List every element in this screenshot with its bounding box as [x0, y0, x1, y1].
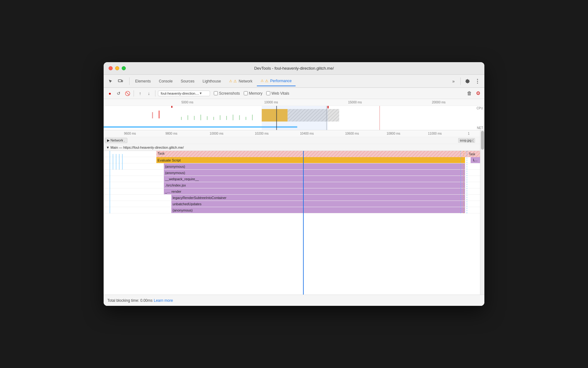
web-vitals-label[interactable]: Web Vitals: [272, 91, 289, 96]
flame-mark-10000: 10000 ms: [210, 132, 223, 135]
svg-rect-21: [233, 115, 233, 120]
flame-mark-10600: 10600 ms: [345, 132, 359, 135]
flame-mark-1: 1: [468, 132, 470, 135]
table-row[interactable]: __webpack_require__: [104, 176, 480, 182]
more-tabs-icon[interactable]: »: [449, 77, 458, 86]
menu-icon[interactable]: [473, 77, 482, 86]
table-row[interactable]: Evaluate Script L...: [104, 157, 480, 163]
close-button[interactable]: [109, 66, 113, 70]
timeline-overview[interactable]: 5000 ms 10000 ms 15000 ms 20000 ms CPU N…: [104, 99, 484, 130]
task-right-pattern: Task: [468, 151, 480, 157]
devtools-window: DevTools - foul-heavenly-direction.glitc…: [104, 62, 484, 306]
timeline-svg: [104, 106, 484, 130]
devtools-body: Elements Console Sources Lighthouse ⚠ Ne…: [104, 75, 484, 306]
screenshots-checkbox-group: Screenshots: [214, 91, 240, 96]
table-row[interactable]: _… render: [104, 188, 480, 195]
minimize-button[interactable]: [115, 66, 119, 70]
svg-point-3: [477, 81, 478, 82]
svg-rect-22: [239, 115, 240, 120]
cursor-icon[interactable]: [106, 77, 115, 86]
tab-sources[interactable]: Sources: [177, 76, 198, 86]
bottom-bar: Total blocking time: 0.00ms Learn more: [104, 295, 484, 306]
device-icon[interactable]: [116, 77, 125, 86]
chevron-down-icon: ▼: [199, 92, 202, 95]
anonymous-2-label: (anonymous): [164, 171, 185, 175]
upload-button[interactable]: ↑: [136, 90, 144, 97]
svg-point-4: [477, 82, 478, 83]
table-row[interactable]: unbatchedUpdates: [104, 201, 480, 207]
timeline-canvas[interactable]: CPU NET: [104, 106, 484, 130]
svg-rect-29: [171, 106, 172, 108]
flame-mark-9800: 9800 ms: [165, 132, 177, 135]
unbatched-updates-label: unbatchedUpdates: [171, 202, 201, 206]
delete-button[interactable]: 🗑: [466, 90, 473, 97]
svg-rect-24: [252, 115, 253, 120]
flame-mark-10800: 10800 ms: [387, 132, 400, 135]
nav-right: »: [449, 77, 482, 86]
ruler-mark-20000: 20000 ms: [432, 101, 446, 104]
table-row[interactable]: Task Task: [104, 151, 480, 157]
svg-point-2: [477, 79, 478, 80]
settings-cog-button[interactable]: ⚙: [474, 90, 482, 97]
tab-console[interactable]: Console: [155, 76, 176, 86]
reload-record-button[interactable]: ↺: [115, 90, 122, 97]
screenshots-label[interactable]: Screenshots: [219, 91, 240, 96]
svg-rect-14: [188, 115, 188, 120]
svg-rect-28: [262, 106, 328, 130]
ruler-mark-10000: 10000 ms: [264, 101, 278, 104]
flame-chart-area: 9600 ms 9800 ms 10000 ms 10200 ms 10400 …: [104, 130, 484, 295]
evaluate-script-label: Evaluate Script: [156, 158, 181, 162]
clear-button[interactable]: 🚫: [124, 90, 131, 97]
svg-rect-18: [213, 117, 214, 120]
web-vitals-checkbox[interactable]: [266, 91, 270, 95]
ruler-mark-15000: 15000 ms: [348, 101, 362, 104]
url-selector[interactable]: foul-heavenly-direction.... ▼: [158, 91, 210, 96]
network-pill[interactable]: ▶ Network .: [105, 138, 127, 143]
svg-rect-23: [246, 117, 246, 120]
table-row[interactable]: legacyRenderSubtreeIntoContainer: [104, 195, 480, 201]
traffic-lights: [109, 66, 126, 70]
svg-rect-1: [122, 80, 123, 82]
svg-rect-13: [181, 117, 182, 120]
task-label-bar: Task: [158, 152, 165, 155]
svg-rect-20: [226, 116, 227, 120]
tab-performance[interactable]: ⚠ Performance: [257, 76, 296, 86]
title-bar: DevTools - foul-heavenly-direction.glitc…: [104, 62, 484, 75]
tab-elements[interactable]: Elements: [131, 76, 154, 86]
main-section-header: ▼ Main — https://foul-heavenly-direction…: [104, 144, 480, 151]
nav-divider-2: [460, 77, 461, 85]
table-row[interactable]: ./src/index.jsx: [104, 182, 480, 188]
svg-rect-30: [328, 106, 329, 108]
table-row[interactable]: (anonymous): [104, 207, 480, 213]
learn-more-link[interactable]: Learn more: [154, 298, 173, 303]
ruler-mark-5000: 5000 ms: [181, 101, 193, 104]
network-flame-row: ▶ Network . soop.jpg (: [104, 137, 480, 144]
table-row[interactable]: (anonymous): [104, 163, 480, 170]
flame-mark-9600: 9600 ms: [124, 132, 136, 135]
window-title: DevTools - foul-heavenly-direction.glitc…: [254, 66, 334, 71]
screenshots-checkbox[interactable]: [214, 91, 218, 95]
svg-rect-16: [200, 115, 201, 120]
webpack-require-label: __webpack_require__: [164, 177, 199, 181]
memory-label[interactable]: Memory: [249, 91, 262, 96]
memory-checkbox-group: Memory: [244, 91, 262, 96]
scrollbar-thumb[interactable]: [481, 131, 484, 150]
fullscreen-button[interactable]: [122, 66, 126, 70]
render-label: _… render: [164, 190, 181, 193]
anonymous-1-label: (anonymous): [164, 165, 185, 168]
svg-rect-8: [159, 111, 160, 118]
tab-network[interactable]: ⚠ Network: [225, 76, 256, 86]
timeline-ruler: 5000 ms 10000 ms 15000 ms 20000 ms: [104, 99, 484, 106]
memory-checkbox[interactable]: [244, 91, 248, 95]
svg-rect-0: [118, 80, 121, 82]
tab-lighthouse[interactable]: Lighthouse: [199, 76, 225, 86]
download-button[interactable]: ↓: [145, 90, 153, 97]
flame-ruler: 9600 ms 9800 ms 10000 ms 10200 ms 10400 …: [104, 130, 480, 137]
settings-icon[interactable]: [463, 77, 472, 86]
performance-toolbar: ● ↺ 🚫 ↑ ↓ foul-heavenly-direction.... ▼ …: [104, 88, 484, 99]
record-button[interactable]: ●: [106, 90, 114, 97]
toolbar-divider-2: [155, 90, 155, 97]
scrollbar-track[interactable]: [480, 130, 484, 295]
table-row[interactable]: (anonymous): [104, 170, 480, 176]
toolbar-divider-1: [134, 90, 134, 97]
